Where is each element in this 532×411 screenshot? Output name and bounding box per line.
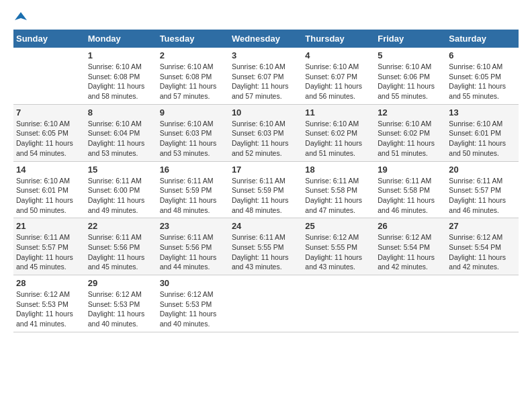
day-info: Sunrise: 6:12 AMSunset: 5:53 PMDaylight:… (88, 289, 154, 329)
day-number: 14 (16, 165, 83, 175)
day-number: 30 (160, 278, 226, 288)
day-number: 15 (88, 165, 154, 175)
header-saturday: Saturday (446, 30, 519, 48)
day-number: 26 (378, 221, 443, 231)
day-info: Sunrise: 6:10 AMSunset: 6:07 PMDaylight:… (305, 62, 372, 101)
day-number: 11 (305, 107, 372, 118)
day-number: 18 (305, 165, 372, 175)
header-tuesday: Tuesday (157, 30, 229, 48)
week-row-0: 1Sunrise: 6:10 AMSunset: 6:08 PMDaylight… (13, 48, 519, 104)
day-info: Sunrise: 6:10 AMSunset: 6:05 PMDaylight:… (449, 62, 516, 101)
calendar-cell: 16Sunrise: 6:11 AMSunset: 5:59 PMDayligh… (157, 161, 229, 218)
day-number: 3 (232, 50, 300, 60)
calendar-cell (446, 275, 519, 332)
calendar-cell: 19Sunrise: 6:11 AMSunset: 5:58 PMDayligh… (375, 161, 446, 218)
day-info: Sunrise: 6:11 AMSunset: 5:55 PMDaylight:… (232, 232, 300, 272)
day-number: 22 (88, 221, 154, 231)
calendar-cell: 12Sunrise: 6:10 AMSunset: 6:02 PMDayligh… (375, 104, 446, 161)
day-info: Sunrise: 6:11 AMSunset: 5:56 PMDaylight:… (88, 232, 154, 272)
day-number: 17 (232, 165, 300, 175)
day-info: Sunrise: 6:10 AMSunset: 6:07 PMDaylight:… (232, 62, 300, 101)
day-number: 21 (16, 221, 83, 231)
day-info: Sunrise: 6:10 AMSunset: 6:03 PMDaylight:… (160, 119, 226, 158)
calendar-cell: 30Sunrise: 6:12 AMSunset: 5:53 PMDayligh… (157, 275, 229, 332)
calendar-cell: 29Sunrise: 6:12 AMSunset: 5:53 PMDayligh… (85, 275, 157, 332)
day-number: 5 (378, 50, 443, 60)
calendar-cell: 13Sunrise: 6:10 AMSunset: 6:01 PMDayligh… (446, 104, 519, 161)
day-number: 20 (449, 165, 516, 175)
calendar-cell: 24Sunrise: 6:11 AMSunset: 5:55 PMDayligh… (229, 218, 302, 275)
day-info: Sunrise: 6:11 AMSunset: 5:58 PMDaylight:… (378, 176, 443, 216)
day-number: 6 (449, 50, 516, 60)
calendar-cell: 2Sunrise: 6:10 AMSunset: 6:08 PMDaylight… (157, 48, 229, 104)
week-row-2: 14Sunrise: 6:10 AMSunset: 6:01 PMDayligh… (13, 161, 519, 218)
calendar-cell: 15Sunrise: 6:11 AMSunset: 6:00 PMDayligh… (85, 161, 157, 218)
week-row-4: 28Sunrise: 6:12 AMSunset: 5:53 PMDayligh… (13, 275, 519, 332)
day-info: Sunrise: 6:10 AMSunset: 6:06 PMDaylight:… (378, 62, 443, 101)
day-number: 12 (378, 107, 443, 118)
calendar-cell: 1Sunrise: 6:10 AMSunset: 6:08 PMDaylight… (85, 48, 157, 104)
header-sunday: Sunday (13, 30, 85, 48)
calendar-cell: 20Sunrise: 6:11 AMSunset: 5:57 PMDayligh… (446, 161, 519, 218)
calendar-cell: 27Sunrise: 6:12 AMSunset: 5:54 PMDayligh… (446, 218, 519, 275)
day-number: 7 (16, 107, 83, 118)
day-info: Sunrise: 6:11 AMSunset: 5:58 PMDaylight:… (305, 176, 372, 216)
day-info: Sunrise: 6:10 AMSunset: 6:08 PMDaylight:… (160, 62, 226, 101)
calendar-cell (13, 48, 85, 104)
day-info: Sunrise: 6:10 AMSunset: 6:01 PMDaylight:… (16, 176, 83, 216)
day-number: 9 (160, 107, 226, 118)
week-row-3: 21Sunrise: 6:11 AMSunset: 5:57 PMDayligh… (13, 218, 519, 275)
day-info: Sunrise: 6:12 AMSunset: 5:55 PMDaylight:… (305, 232, 372, 272)
calendar-cell (302, 275, 375, 332)
day-info: Sunrise: 6:12 AMSunset: 5:54 PMDaylight:… (378, 232, 443, 272)
header-monday: Monday (85, 30, 157, 48)
calendar-cell: 5Sunrise: 6:10 AMSunset: 6:06 PMDaylight… (375, 48, 446, 104)
day-info: Sunrise: 6:10 AMSunset: 6:05 PMDaylight:… (16, 119, 83, 158)
day-info: Sunrise: 6:11 AMSunset: 5:59 PMDaylight:… (232, 176, 300, 216)
calendar-cell: 7Sunrise: 6:10 AMSunset: 6:05 PMDaylight… (13, 104, 85, 161)
calendar-header-row: SundayMondayTuesdayWednesdayThursdayFrid… (13, 30, 519, 48)
day-number: 25 (305, 221, 372, 231)
day-info: Sunrise: 6:11 AMSunset: 6:00 PMDaylight:… (88, 176, 154, 216)
calendar-cell: 18Sunrise: 6:11 AMSunset: 5:58 PMDayligh… (302, 161, 375, 218)
day-number: 8 (88, 107, 154, 118)
week-row-1: 7Sunrise: 6:10 AMSunset: 6:05 PMDaylight… (13, 104, 519, 161)
calendar-cell: 25Sunrise: 6:12 AMSunset: 5:55 PMDayligh… (302, 218, 375, 275)
day-number: 24 (232, 221, 300, 231)
day-info: Sunrise: 6:12 AMSunset: 5:53 PMDaylight:… (16, 289, 83, 329)
day-number: 19 (378, 165, 443, 175)
calendar-cell: 22Sunrise: 6:11 AMSunset: 5:56 PMDayligh… (85, 218, 157, 275)
day-number: 16 (160, 165, 226, 175)
day-info: Sunrise: 6:11 AMSunset: 5:59 PMDaylight:… (160, 176, 226, 216)
day-number: 2 (160, 50, 226, 60)
logo (13, 13, 27, 23)
header-friday: Friday (375, 30, 446, 48)
day-info: Sunrise: 6:11 AMSunset: 5:57 PMDaylight:… (16, 232, 83, 272)
day-info: Sunrise: 6:10 AMSunset: 6:01 PMDaylight:… (449, 119, 516, 158)
day-number: 23 (160, 221, 226, 231)
calendar-cell: 8Sunrise: 6:10 AMSunset: 6:04 PMDaylight… (85, 104, 157, 161)
day-number: 4 (305, 50, 372, 60)
calendar-cell: 17Sunrise: 6:11 AMSunset: 5:59 PMDayligh… (229, 161, 302, 218)
calendar-cell: 21Sunrise: 6:11 AMSunset: 5:57 PMDayligh… (13, 218, 85, 275)
calendar-table: SundayMondayTuesdayWednesdayThursdayFrid… (13, 30, 519, 332)
day-number: 29 (88, 278, 154, 288)
calendar-cell: 11Sunrise: 6:10 AMSunset: 6:02 PMDayligh… (302, 104, 375, 161)
day-number: 13 (449, 107, 516, 118)
calendar-cell: 14Sunrise: 6:10 AMSunset: 6:01 PMDayligh… (13, 161, 85, 218)
calendar-cell: 3Sunrise: 6:10 AMSunset: 6:07 PMDaylight… (229, 48, 302, 104)
day-number: 10 (232, 107, 300, 118)
day-info: Sunrise: 6:11 AMSunset: 5:57 PMDaylight:… (449, 176, 516, 216)
svg-marker-0 (15, 12, 27, 20)
header-thursday: Thursday (302, 30, 375, 48)
day-number: 1 (88, 50, 154, 60)
day-info: Sunrise: 6:12 AMSunset: 5:53 PMDaylight:… (160, 289, 226, 329)
calendar-cell (375, 275, 446, 332)
calendar-cell: 9Sunrise: 6:10 AMSunset: 6:03 PMDaylight… (157, 104, 229, 161)
day-info: Sunrise: 6:10 AMSunset: 6:02 PMDaylight:… (305, 119, 372, 158)
calendar-cell: 4Sunrise: 6:10 AMSunset: 6:07 PMDaylight… (302, 48, 375, 104)
day-info: Sunrise: 6:10 AMSunset: 6:03 PMDaylight:… (232, 119, 300, 158)
calendar-cell: 28Sunrise: 6:12 AMSunset: 5:53 PMDayligh… (13, 275, 85, 332)
day-info: Sunrise: 6:10 AMSunset: 6:04 PMDaylight:… (88, 119, 154, 158)
day-info: Sunrise: 6:10 AMSunset: 6:08 PMDaylight:… (88, 62, 154, 101)
